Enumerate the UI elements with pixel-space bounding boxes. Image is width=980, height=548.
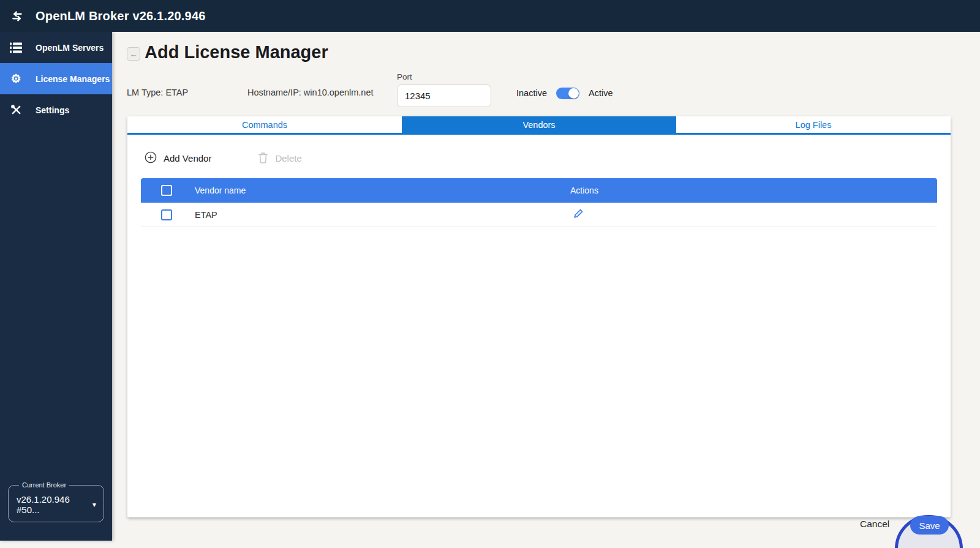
dropdown-arrow-icon: ▼ xyxy=(91,501,97,508)
column-header-vendor-name: Vendor name xyxy=(195,186,570,195)
current-broker-box: Current Broker v26.1.20.946 #50... ▼ xyxy=(8,481,104,522)
delete-label: Delete xyxy=(275,153,301,163)
tools-icon xyxy=(9,104,23,116)
back-button[interactable]: ← xyxy=(127,47,140,61)
tab-commands[interactable]: Commands xyxy=(127,116,402,133)
cancel-button[interactable]: Cancel xyxy=(860,519,889,530)
gear-icon: ⚙ xyxy=(9,73,23,84)
select-all-checkbox[interactable] xyxy=(161,185,172,196)
sidebar-item-label: License Managers xyxy=(36,74,110,84)
row-checkbox[interactable] xyxy=(161,209,172,220)
vendor-table: Vendor name Actions ETAP xyxy=(141,178,937,227)
sidebar-item-license-managers[interactable]: ⚙ License Managers xyxy=(0,63,112,94)
trash-icon xyxy=(258,152,268,165)
active-toggle[interactable] xyxy=(556,88,579,99)
inactive-label: Inactive xyxy=(516,88,547,98)
delete-button[interactable]: Delete xyxy=(258,152,301,165)
tab-log-files[interactable]: Log Files xyxy=(676,116,951,133)
sidebar-item-settings[interactable]: Settings xyxy=(0,94,112,126)
port-input[interactable] xyxy=(397,84,491,107)
sidebar-item-label: OpenLM Servers xyxy=(36,43,104,53)
current-broker-value: v26.1.20.946 #50... xyxy=(17,494,88,515)
app-title: OpenLM Broker v26.1.20.946 xyxy=(36,9,206,23)
table-row: ETAP xyxy=(141,203,937,227)
tab-label: Vendors xyxy=(522,120,555,130)
toggle-knob xyxy=(568,88,579,99)
column-header-actions: Actions xyxy=(570,186,937,195)
sidebar-item-openlm-servers[interactable]: OpenLM Servers xyxy=(0,32,112,63)
sidebar-item-label: Settings xyxy=(36,105,69,115)
license-manager-panel: Commands Vendors Log Files Add Vendor xyxy=(127,116,951,517)
swap-arrows-icon[interactable] xyxy=(10,10,24,22)
add-vendor-label: Add Vendor xyxy=(164,153,211,163)
add-vendor-button[interactable]: Add Vendor xyxy=(145,151,211,165)
main-content: ← Add License Manager LM Type: ETAP Host… xyxy=(112,32,980,548)
edit-pencil-icon[interactable] xyxy=(573,208,584,221)
port-field-group: Port xyxy=(397,72,491,107)
hostname-text: Hostname/IP: win10.openlm.net xyxy=(247,88,374,97)
sidebar: OpenLM Servers ⚙ License Managers Settin… xyxy=(0,32,112,541)
top-bar: OpenLM Broker v26.1.20.946 xyxy=(0,0,980,32)
servers-icon xyxy=(9,42,23,53)
tab-label: Commands xyxy=(242,120,287,130)
table-header-row: Vendor name Actions xyxy=(141,178,937,203)
tab-bar: Commands Vendors Log Files xyxy=(127,116,951,135)
page-title: Add License Manager xyxy=(145,42,328,62)
tab-vendors[interactable]: Vendors xyxy=(402,116,676,133)
add-circle-icon xyxy=(145,151,157,165)
active-label: Active xyxy=(589,88,613,98)
lm-type-text: LM Type: ETAP xyxy=(127,88,188,97)
tab-label: Log Files xyxy=(796,120,832,130)
back-icon: ← xyxy=(130,50,138,59)
vendor-name-cell: ETAP xyxy=(195,210,570,220)
current-broker-label: Current Broker xyxy=(19,481,69,489)
vendor-toolbar: Add Vendor Delete xyxy=(145,151,951,165)
current-broker-select[interactable]: v26.1.20.946 #50... ▼ xyxy=(17,494,97,515)
save-button[interactable]: Save xyxy=(910,516,949,535)
port-label: Port xyxy=(397,72,491,81)
status-toggle-group: Inactive Active xyxy=(516,86,612,100)
